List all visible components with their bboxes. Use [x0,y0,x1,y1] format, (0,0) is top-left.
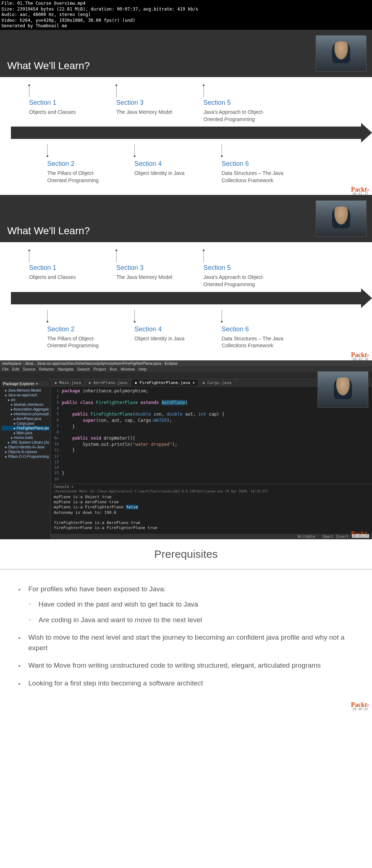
menu-item[interactable]: Edit [12,367,19,371]
timestamp: 00:04:39 [352,534,369,538]
editor-tab[interactable]: ▪ AeroPlane.java [85,379,131,386]
tree-item[interactable]: ▸ Main.java [1,431,49,435]
package-explorer[interactable]: Package Explorer × ▸ Java-Memory-Model▸ … [0,379,51,539]
tree-item[interactable]: ▸ src [1,397,49,402]
tree-item[interactable]: ▸ FireFighterPlane.java [1,426,49,431]
tree-item[interactable]: ▸ Object-Identity-In-Java [1,445,49,449]
tree-item[interactable]: ▸ inheritance.polymorphism [1,412,49,416]
tree-item[interactable]: ▸ Objects-&-classes [1,449,49,454]
timeline-item: Section 4Object Identity in Java [134,308,200,349]
slide2-header: What We'll Learn? [0,195,372,242]
timeline-item: Section 6Data Structures – The Java Coll… [222,308,287,349]
tree-item[interactable]: ▸ Java-Memory-Model [1,388,49,393]
video-metadata: File: 01.The Course Overview.mp4 Size: 2… [0,0,372,30]
list-item: Looking for a first step into becoming a… [18,678,354,689]
ide-titlebar: workspace - Java - Java-oo-approach/src/… [0,360,372,366]
tree-item[interactable]: ▸ Cargo.java [1,421,49,426]
sub-list-item: Have coded in the past and wish to get b… [28,599,354,610]
timeline-item: Section 5Java's Approach to Object-Orien… [203,84,269,123]
menu-item[interactable]: Refactor [39,367,54,371]
timeline-item: Section 1Objects and Classes [29,249,94,288]
timestamp: 00:06:07 [352,707,369,710]
presenter-webcam [316,200,367,237]
tree-item[interactable]: ▸ JRE System Library [JavaSE [1,440,49,445]
prereq-list: For profiles who have been exposed to Ja… [0,584,372,689]
menu-item[interactable]: Help [138,367,147,371]
slide1-header: What We'll Learn? [0,30,372,77]
prereq-title: Prerequisites [0,539,372,569]
explorer-title: Package Explorer × [1,381,49,387]
timeline-arrow [11,127,361,139]
ide-body: Package Explorer × ▸ Java-Memory-Model▸ … [0,379,372,539]
menu-item[interactable]: File [2,367,9,371]
console-panel[interactable]: Console × <terminated> Main (4) [Java Ap… [51,484,372,534]
timeline-item: Section 5Java's Approach to Object-Orien… [203,249,269,288]
list-item: Wish to move to the next level and start… [18,632,354,653]
tree-item[interactable]: ▸ abstratc.interfaces [1,402,49,407]
presenter-webcam [318,371,368,408]
slide2-title: What We'll Learn? [7,225,90,237]
presenter-webcam [316,35,367,72]
ide-menubar[interactable]: FileEditSourceRefactorNavigateSearchProj… [0,366,372,372]
timeline-item: Section 3The Java Memory Model [116,249,182,288]
timeline-item: Section 6Data Structures – The Java Coll… [222,143,287,184]
tree-item[interactable]: ▸ AeroPlane.java [1,416,49,421]
menu-item[interactable]: Window [121,367,135,371]
menu-item[interactable]: Search [77,367,90,371]
slide1-timeline: Section 1Objects and ClassesSection 3The… [0,77,372,195]
editor-tab[interactable]: ▪ Cargo.java [199,379,235,386]
timeline-item: Section 2The Pillars of Object-Oriented … [47,143,113,184]
console-title: Console × [54,485,369,489]
list-item: For profiles who have been exposed to Ja… [18,584,354,625]
editor-tab[interactable]: ▪ Main.java [51,379,85,386]
timeline-arrow [11,292,361,304]
sub-list-item: Are coding in Java and want to move to t… [28,615,354,625]
tree-item[interactable]: ▸ Pillars-O-O-Programming [1,454,49,459]
menu-item[interactable]: Project [93,367,106,371]
console-subtitle: <terminated> Main (4) [Java Application]… [54,489,369,493]
timeline-item: Section 1Objects and Classes [29,84,94,123]
timeline-item: Section 4Object Identity in Java [134,143,200,184]
editor-tab[interactable]: ▪ FireFighterPlane.java × [131,379,199,386]
slide2-timeline: Section 1Objects and ClassesSection 3The… [0,242,372,360]
statusbar: WritableSmart Insert3 : 40 [51,534,372,539]
list-item: Want to Move from writing unstructured c… [18,660,354,671]
slide1-title: What We'll Learn? [7,60,90,72]
menu-item[interactable]: Run [110,367,117,371]
ide-toolbar[interactable] [0,372,372,379]
timeline-item: Section 2The Pillars of Object-Oriented … [47,308,113,349]
menu-item[interactable]: Source [23,367,36,371]
menu-item[interactable]: Navigate [58,367,73,371]
tree-item[interactable]: ▸ mixins.traits [1,435,49,440]
ide-screenshot: workspace - Java - Java-oo-approach/src/… [0,360,372,539]
prerequisites-slide: Prerequisites For profiles who have been… [0,539,372,711]
tree-item[interactable]: ▸ Java-oo-approach [1,393,49,397]
timeline-item: Section 3The Java Memory Model [116,84,182,123]
tree-item[interactable]: ▸ Association.Aggregaion.C [1,407,49,412]
